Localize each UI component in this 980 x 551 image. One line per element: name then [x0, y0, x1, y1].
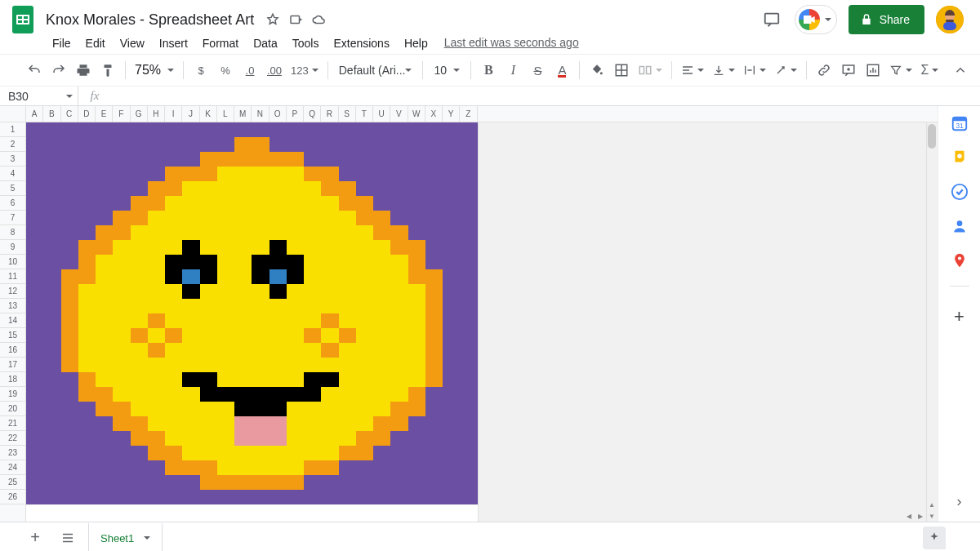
cell[interactable] — [217, 446, 234, 460]
cell[interactable] — [131, 299, 148, 313]
cell[interactable] — [113, 152, 130, 167]
cell[interactable] — [234, 299, 252, 313]
cell[interactable] — [234, 416, 252, 431]
cell[interactable] — [390, 269, 408, 284]
text-color-button[interactable]: A — [550, 59, 573, 82]
insert-chart-button[interactable] — [862, 59, 884, 82]
cell[interactable] — [373, 475, 390, 490]
cell[interactable] — [131, 343, 148, 358]
cell[interactable] — [26, 343, 43, 358]
menu-extensions[interactable]: Extensions — [327, 33, 395, 53]
cell[interactable] — [339, 387, 356, 402]
cell[interactable] — [443, 313, 460, 328]
cell[interactable] — [148, 137, 165, 152]
cell[interactable] — [460, 358, 477, 372]
cell[interactable] — [373, 446, 390, 460]
cell[interactable] — [460, 460, 477, 475]
cell[interactable] — [165, 122, 182, 137]
horizontal-scrollbar[interactable]: ◀ ▶ — [903, 510, 926, 522]
cell[interactable] — [252, 196, 269, 211]
cell[interactable] — [390, 122, 408, 137]
row-header[interactable]: 20 — [0, 402, 25, 416]
cell[interactable] — [460, 313, 477, 328]
move-icon[interactable] — [288, 12, 303, 27]
cell[interactable] — [304, 225, 321, 240]
redo-button[interactable] — [47, 59, 70, 82]
cell[interactable] — [43, 122, 60, 137]
cell[interactable] — [321, 490, 338, 504]
cell[interactable] — [460, 328, 477, 343]
cell[interactable] — [390, 328, 408, 343]
cell[interactable] — [78, 343, 96, 358]
cell[interactable] — [339, 343, 356, 358]
cell[interactable] — [26, 255, 43, 269]
cell[interactable] — [252, 343, 269, 358]
cell[interactable] — [96, 225, 113, 240]
cell[interactable] — [390, 196, 408, 211]
cell[interactable] — [182, 284, 199, 299]
cell[interactable] — [182, 211, 199, 225]
cell[interactable] — [78, 372, 96, 387]
cell[interactable] — [96, 490, 113, 504]
cell[interactable] — [390, 460, 408, 475]
row-header[interactable]: 1 — [0, 122, 25, 137]
cell[interactable] — [390, 358, 408, 372]
cell[interactable] — [390, 475, 408, 490]
cell[interactable] — [43, 446, 60, 460]
cell[interactable] — [304, 343, 321, 358]
cell[interactable] — [217, 490, 234, 504]
cell[interactable] — [443, 490, 460, 504]
cell[interactable] — [287, 387, 304, 402]
cell[interactable] — [270, 255, 287, 269]
cell[interactable] — [234, 181, 252, 196]
share-button[interactable]: Share — [849, 5, 924, 34]
cell[interactable] — [96, 167, 113, 181]
cell[interactable] — [408, 446, 425, 460]
cell[interactable] — [43, 460, 60, 475]
cell[interactable] — [217, 387, 234, 402]
vertical-scrollbar[interactable]: ▲ ▼ — [926, 122, 938, 522]
cell[interactable] — [425, 299, 443, 313]
cell[interactable] — [304, 211, 321, 225]
cell[interactable] — [217, 255, 234, 269]
cell[interactable] — [356, 431, 373, 446]
cell[interactable] — [26, 196, 43, 211]
hide-side-panel-button[interactable]: › — [957, 493, 962, 510]
cell[interactable] — [61, 152, 78, 167]
cell[interactable] — [26, 387, 43, 402]
cell[interactable] — [390, 255, 408, 269]
column-header[interactable]: M — [234, 106, 252, 122]
cell[interactable] — [304, 313, 321, 328]
cell[interactable] — [390, 313, 408, 328]
cell[interactable] — [234, 358, 252, 372]
cell[interactable] — [61, 137, 78, 152]
keep-icon[interactable] — [951, 149, 969, 167]
cell[interactable] — [113, 211, 130, 225]
cell[interactable] — [408, 255, 425, 269]
menu-data[interactable]: Data — [247, 33, 284, 53]
cell[interactable] — [78, 460, 96, 475]
cell[interactable] — [61, 402, 78, 416]
cell[interactable] — [78, 358, 96, 372]
last-edit-link[interactable]: Last edit was seconds ago — [444, 36, 579, 49]
cell[interactable] — [252, 431, 269, 446]
cell[interactable] — [356, 475, 373, 490]
cell[interactable] — [61, 299, 78, 313]
cell[interactable] — [217, 475, 234, 490]
cell[interactable] — [26, 460, 43, 475]
cell[interactable] — [356, 137, 373, 152]
cell[interactable] — [373, 269, 390, 284]
cell[interactable] — [96, 313, 113, 328]
cell[interactable] — [390, 372, 408, 387]
cell[interactable] — [304, 181, 321, 196]
cell[interactable] — [43, 269, 60, 284]
cell[interactable] — [287, 446, 304, 460]
cell[interactable] — [200, 225, 217, 240]
cell[interactable] — [270, 358, 287, 372]
cell[interactable] — [460, 402, 477, 416]
cell[interactable] — [61, 181, 78, 196]
cell[interactable] — [217, 328, 234, 343]
cell[interactable] — [287, 196, 304, 211]
column-header[interactable]: F — [113, 106, 130, 122]
cell[interactable] — [234, 313, 252, 328]
